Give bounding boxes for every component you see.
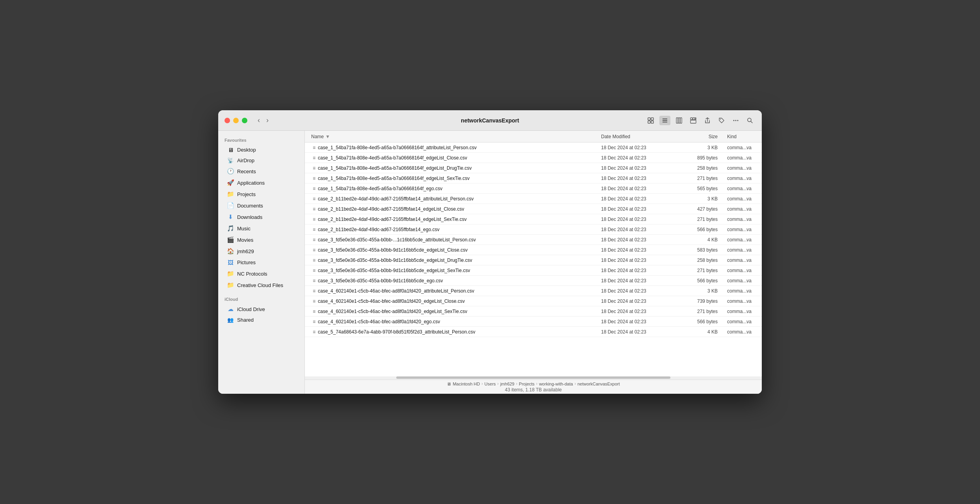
back-button[interactable]: ‹	[255, 115, 262, 126]
airdrop-icon: 📡	[227, 158, 234, 163]
table-row[interactable]: ≡case_4_602140e1-c5cb-46ac-bfec-ad8f0a1f…	[305, 317, 762, 327]
col-size-header[interactable]: Size	[675, 134, 722, 139]
breadcrumb-item[interactable]: Projects	[519, 382, 535, 386]
table-row[interactable]: ≡case_1_54ba71fa-808e-4ed5-a65a-b7a06668…	[305, 163, 762, 173]
maximize-button[interactable]	[242, 118, 247, 123]
csv-file-icon: ≡	[313, 206, 316, 212]
svg-rect-0	[648, 118, 650, 120]
view-columns-button[interactable]	[674, 116, 685, 125]
sidebar-item-nc-protocols[interactable]: 📁 NC Protocols	[221, 268, 302, 279]
table-row[interactable]: ≡case_2_b11bed2e-4daf-49dc-ad67-2165ffbf…	[305, 224, 762, 235]
breadcrumb-item[interactable]: working-with-data	[539, 382, 573, 386]
csv-file-icon: ≡	[313, 309, 316, 314]
horizontal-scrollbar[interactable]	[305, 376, 762, 380]
traffic-lights	[225, 118, 247, 123]
sidebar-label-pictures: Pictures	[237, 259, 256, 265]
sidebar-item-airdrop[interactable]: 📡 AirDrop	[221, 156, 302, 165]
table-row[interactable]: ≡case_2_b11bed2e-4daf-49dc-ad67-2165ffbf…	[305, 194, 762, 204]
file-size-cell: 4 KB	[675, 329, 722, 335]
share-button[interactable]	[702, 116, 713, 125]
minimize-button[interactable]	[233, 118, 239, 123]
file-kind-cell: comma...va	[722, 309, 762, 314]
breadcrumb-item[interactable]: networkCanvasExport	[577, 382, 620, 386]
table-row[interactable]: ≡case_2_b11bed2e-4daf-49dc-ad67-2165ffbf…	[305, 214, 762, 224]
table-row[interactable]: ≡case_4_602140e1-c5cb-46ac-bfec-ad8f0a1f…	[305, 296, 762, 306]
table-row[interactable]: ≡case_1_54ba71fa-808e-4ed5-a65a-b7a06668…	[305, 153, 762, 163]
sidebar-item-creative-cloud[interactable]: 📁 Creative Cloud Files	[221, 280, 302, 291]
view-grid-button[interactable]	[645, 116, 656, 125]
columns-icon	[676, 117, 682, 124]
file-date-cell: 18 Dec 2024 at 02:23	[596, 278, 675, 284]
breadcrumb-label: working-with-data	[539, 382, 573, 386]
more-button[interactable]	[730, 116, 741, 125]
col-kind-header[interactable]: Kind	[722, 134, 762, 139]
sidebar-item-icloud-drive[interactable]: ☁ iCloud Drive	[221, 304, 302, 315]
csv-file-icon: ≡	[313, 155, 316, 161]
sidebar-item-music[interactable]: 🎵 Music	[221, 223, 302, 234]
sidebar-item-documents[interactable]: 📄 Documents	[221, 200, 302, 211]
svg-rect-7	[676, 118, 678, 123]
csv-file-icon: ≡	[313, 329, 316, 335]
sidebar-item-pictures[interactable]: 🖼 Pictures	[221, 257, 302, 268]
file-kind-cell: comma...va	[722, 247, 762, 253]
breadcrumb-item[interactable]: Users	[484, 382, 496, 386]
table-row[interactable]: ≡case_4_602140e1-c5cb-46ac-bfec-ad8f0a1f…	[305, 306, 762, 317]
csv-file-icon: ≡	[313, 268, 316, 273]
file-kind-cell: comma...va	[722, 145, 762, 150]
sidebar-item-recents[interactable]: 🕐 Recents	[221, 166, 302, 177]
file-size-cell: 258 bytes	[675, 258, 722, 263]
sidebar-item-projects[interactable]: 📁 Projects	[221, 189, 302, 200]
sidebar-item-jmh629[interactable]: 🏠 jmh629	[221, 246, 302, 257]
file-name-cell: ≡case_2_b11bed2e-4daf-49dc-ad67-2165ffbf…	[305, 227, 596, 232]
table-row[interactable]: ≡case_3_fd5e0e36-d35c-455a-b0bb-9d1c16bb…	[305, 276, 762, 286]
icloud-icon: ☁	[227, 306, 234, 313]
file-size-cell: 739 bytes	[675, 298, 722, 304]
view-gallery-button[interactable]	[688, 116, 699, 125]
col-name-header[interactable]: Name ▼	[305, 134, 596, 139]
table-row[interactable]: ≡case_1_54ba71fa-808e-4ed5-a65a-b7a06668…	[305, 143, 762, 153]
table-row[interactable]: ≡case_4_602140e1-c5cb-46ac-bfec-ad8f0a1f…	[305, 286, 762, 296]
table-row[interactable]: ≡case_2_b11bed2e-4daf-49dc-ad67-2165ffbf…	[305, 204, 762, 214]
search-button[interactable]	[744, 116, 755, 125]
file-date-cell: 18 Dec 2024 at 02:23	[596, 329, 675, 335]
forward-button[interactable]: ›	[264, 115, 271, 126]
sidebar-item-downloads[interactable]: ⬇ Downloads	[221, 211, 302, 222]
breadcrumb-label: networkCanvasExport	[577, 382, 620, 386]
grid-icon	[648, 117, 654, 124]
shared-icon: 👥	[227, 317, 234, 323]
file-kind-cell: comma...va	[722, 258, 762, 263]
table-row[interactable]: ≡case_1_54ba71fa-808e-4ed5-a65a-b7a06668…	[305, 173, 762, 183]
file-name-text: case_4_602140e1-c5cb-46ac-bfec-ad8f0a1fd…	[318, 319, 440, 324]
view-list-button[interactable]	[659, 116, 670, 125]
sidebar-item-desktop[interactable]: 🖥 Desktop	[221, 145, 302, 155]
file-name-text: case_2_b11bed2e-4daf-49dc-ad67-2165ffbfa…	[318, 206, 464, 212]
table-row[interactable]: ≡case_3_fd5e0e36-d35c-455a-b0bb-9d1c16bb…	[305, 265, 762, 276]
file-date-cell: 18 Dec 2024 at 02:23	[596, 217, 675, 222]
svg-rect-11	[693, 118, 695, 120]
file-name-text: case_3_fd5e0e36-d35c-455a-b0bb-9d1c16bb5…	[318, 278, 443, 284]
scrollbar-thumb[interactable]	[396, 376, 670, 379]
table-row[interactable]: ≡case_5_74a68643-6e7a-4abb-970f-b8d51f05…	[305, 327, 762, 337]
table-row[interactable]: ≡case_3_fd5e0e36-d35c-455a-b0bb-...1c16b…	[305, 235, 762, 245]
table-row[interactable]: ≡case_1_54ba71fa-808e-4ed5-a65a-b7a06668…	[305, 183, 762, 194]
file-name-text: case_1_54ba71fa-808e-4ed5-a65a-b7a066681…	[318, 186, 442, 191]
breadcrumb-item[interactable]: jmh629	[500, 382, 514, 386]
table-row[interactable]: ≡case_3_fd5e0e36-d35c-455a-b0bb-9d1c16bb…	[305, 255, 762, 265]
tag-button[interactable]	[716, 116, 727, 125]
csv-file-icon: ≡	[313, 258, 316, 263]
file-size-cell: 3 KB	[675, 145, 722, 150]
table-row[interactable]: ≡case_3_fd5e0e36-d35c-455a-b0bb-9d1c16bb…	[305, 245, 762, 255]
close-button[interactable]	[225, 118, 230, 123]
file-name-text: case_3_fd5e0e36-d35c-455a-b0bb-...1c16bb…	[318, 237, 476, 243]
svg-rect-10	[690, 118, 692, 120]
sidebar-item-shared[interactable]: 👥 Shared	[221, 315, 302, 325]
csv-file-icon: ≡	[313, 196, 316, 202]
file-name-cell: ≡case_1_54ba71fa-808e-4ed5-a65a-b7a06668…	[305, 176, 596, 181]
sidebar-item-applications[interactable]: 🚀 Applications	[221, 177, 302, 188]
col-date-header[interactable]: Date Modified	[596, 134, 675, 139]
tag-icon	[718, 117, 725, 124]
projects-icon: 📁	[227, 191, 234, 198]
sidebar-item-movies[interactable]: 🎬 Movies	[221, 234, 302, 245]
breadcrumb-item[interactable]: 🖥Macintosh HD	[447, 382, 480, 386]
svg-rect-8	[678, 118, 680, 123]
